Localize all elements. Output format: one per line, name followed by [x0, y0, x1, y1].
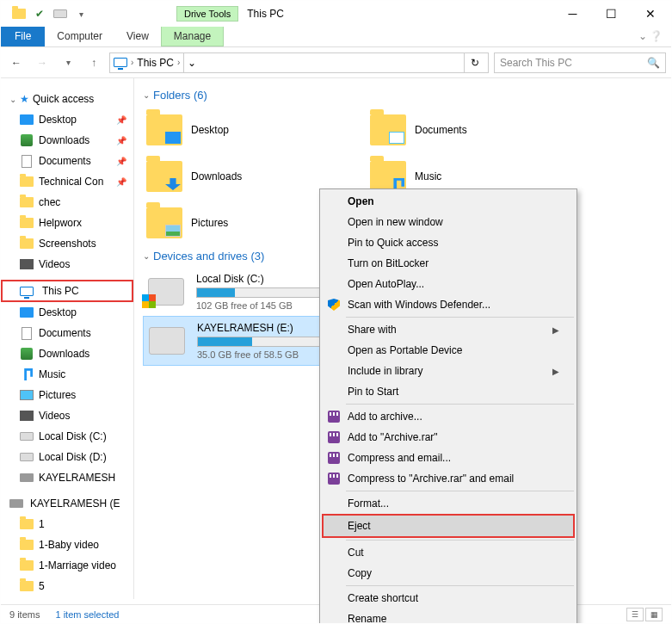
menu-copy[interactable]: Copy: [322, 563, 575, 584]
address-dropdown-icon[interactable]: ⌄: [183, 53, 199, 72]
menu-compress-email[interactable]: Compress and email...: [322, 448, 575, 468]
ribbon-tabs: File Computer View Manage ⌄ ❔: [1, 27, 671, 47]
menu-autoplay[interactable]: Open AutoPlay...: [322, 274, 575, 294]
back-button[interactable]: ←: [6, 53, 27, 73]
sidebar-ext-marriage[interactable]: 1-Marriage video: [1, 555, 133, 576]
sidebar-item-screenshots[interactable]: Screenshots: [1, 233, 133, 254]
tab-view[interactable]: View: [114, 27, 161, 46]
sidebar-pc-videos[interactable]: Videos: [1, 405, 133, 426]
sidebar-ext-baby[interactable]: 1-Baby video: [1, 534, 133, 555]
view-details-button[interactable]: ☰: [626, 608, 644, 621]
sidebar-ext-drive[interactable]: KAYELRAMESH (E: [1, 493, 133, 514]
recent-locations-icon[interactable]: ▾: [58, 53, 78, 73]
sidebar-pc-documents[interactable]: Documents: [1, 323, 133, 343]
rar-icon: [327, 451, 341, 465]
menu-add-archive-rar[interactable]: Add to "Archive.rar": [322, 427, 575, 448]
usb-drive-icon: [9, 497, 23, 510]
pin-icon: 📌: [116, 136, 126, 145]
forward-button: →: [32, 53, 52, 73]
folder-documents[interactable]: Documents: [367, 107, 590, 153]
sidebar-this-pc[interactable]: This PC: [1, 280, 133, 302]
drive-c-icon: [148, 278, 184, 306]
qat-properties-icon[interactable]: [9, 4, 28, 23]
menu-open-new-window[interactable]: Open in new window: [322, 212, 575, 232]
sidebar-pc-downloads[interactable]: Downloads: [1, 343, 133, 364]
qat-new-icon[interactable]: [51, 4, 70, 23]
breadcrumb-location[interactable]: This PC: [137, 57, 174, 69]
close-button[interactable]: ✕: [631, 2, 669, 26]
sidebar-item-chec[interactable]: chec: [1, 192, 133, 213]
menu-add-archive[interactable]: Add to archive...: [322, 406, 575, 427]
rar-icon: [327, 410, 341, 423]
shield-icon: [327, 298, 341, 312]
sidebar-pc-drive-e[interactable]: KAYELRAMESH: [1, 467, 133, 488]
sidebar-quick-access-label: Quick access: [33, 93, 94, 105]
tab-manage[interactable]: Manage: [161, 27, 224, 46]
quick-access-toolbar: ✔ ▾: [3, 4, 90, 23]
breadcrumb-sep2[interactable]: ›: [177, 58, 180, 67]
maximize-button[interactable]: ☐: [592, 2, 631, 26]
rar-icon: [327, 430, 341, 444]
this-pc-icon: [114, 56, 127, 70]
sidebar-ext-5[interactable]: 5: [1, 576, 133, 596]
menu-open[interactable]: Open: [322, 191, 575, 212]
navigation-pane: ⌄ ★ Quick access Desktop📌 Downloads📌 Doc…: [1, 78, 134, 599]
menu-share-with[interactable]: Share with▶: [322, 319, 575, 340]
sidebar-item-documents[interactable]: Documents📌: [1, 151, 133, 171]
view-tiles-button[interactable]: ▦: [645, 608, 663, 621]
folder-desktop[interactable]: Desktop: [143, 107, 367, 153]
status-item-count: 9 items: [9, 609, 40, 620]
qat-more-icon[interactable]: ▾: [71, 4, 90, 23]
chevron-down-icon[interactable]: ⌄: [143, 90, 150, 100]
breadcrumb-sep[interactable]: ›: [131, 58, 133, 67]
titlebar: ✔ ▾ Drive Tools This PC ─ ☐ ✕: [1, 1, 671, 27]
sidebar-pc-desktop[interactable]: Desktop: [1, 302, 133, 323]
pin-icon: 📌: [116, 157, 126, 166]
menu-pin-start[interactable]: Pin to Start: [322, 381, 575, 402]
menu-include-library[interactable]: Include in library▶: [322, 361, 575, 381]
tab-file[interactable]: File: [1, 27, 45, 46]
chevron-down-icon[interactable]: ⌄: [143, 251, 150, 261]
menu-portable-device[interactable]: Open as Portable Device: [322, 340, 575, 361]
pin-icon: 📌: [116, 115, 126, 125]
menu-create-shortcut[interactable]: Create shortcut: [322, 588, 575, 609]
menu-cut[interactable]: Cut: [322, 542, 575, 563]
submenu-arrow-icon: ▶: [552, 367, 559, 376]
menu-compress-rar-email[interactable]: Compress to "Archive.rar" and email: [322, 468, 575, 489]
folders-section-header[interactable]: ⌄ Folders (6): [143, 89, 663, 102]
sidebar-quick-access[interactable]: ⌄ ★ Quick access: [1, 89, 133, 109]
menu-pin-quick-access[interactable]: Pin to Quick access: [322, 232, 575, 253]
this-pc-icon: [20, 284, 34, 298]
sidebar-ext-1[interactable]: 1: [1, 514, 133, 534]
menu-bitlocker[interactable]: Turn on BitLocker: [322, 253, 575, 274]
tab-computer[interactable]: Computer: [45, 27, 114, 46]
pin-icon: 📌: [116, 177, 126, 187]
menu-format[interactable]: Format...: [322, 493, 575, 514]
sidebar-pc-music[interactable]: Music: [1, 364, 133, 385]
drive-tools-contextual-tab[interactable]: Drive Tools: [176, 6, 238, 22]
submenu-arrow-icon: ▶: [552, 325, 559, 335]
sidebar-this-pc-label: This PC: [42, 285, 79, 297]
sidebar-item-videos[interactable]: Videos: [1, 254, 133, 275]
menu-eject[interactable]: Eject: [322, 514, 575, 538]
search-placeholder: Search This PC: [500, 57, 647, 69]
chevron-down-icon[interactable]: ⌄: [9, 95, 16, 104]
search-input[interactable]: Search This PC 🔍: [494, 53, 666, 73]
sidebar-pc-drive-c[interactable]: Local Disk (C:): [1, 426, 133, 447]
sidebar-item-technical[interactable]: Technical Con📌: [1, 171, 133, 192]
refresh-button[interactable]: ↻: [464, 53, 484, 72]
navigation-bar: ← → ▾ ↑ › This PC › ⌄ ↻ Search This PC 🔍: [1, 47, 671, 78]
minimize-button[interactable]: ─: [553, 2, 592, 26]
sidebar-pc-drive-d[interactable]: Local Disk (D:): [1, 447, 133, 467]
sidebar-item-downloads[interactable]: Downloads📌: [1, 130, 133, 151]
menu-rename[interactable]: Rename: [322, 609, 575, 624]
sidebar-item-helpworx[interactable]: Helpworx: [1, 213, 133, 233]
ribbon-collapse-icon[interactable]: ⌄ ❔: [630, 27, 671, 46]
address-bar[interactable]: › This PC › ⌄ ↻: [109, 53, 489, 73]
sidebar-item-desktop[interactable]: Desktop📌: [1, 109, 133, 130]
drive-c-bar: [196, 287, 334, 298]
up-button[interactable]: ↑: [83, 53, 104, 73]
menu-defender[interactable]: Scan with Windows Defender...: [322, 294, 575, 315]
sidebar-pc-pictures[interactable]: Pictures: [1, 385, 133, 405]
qat-check-icon[interactable]: ✔: [30, 4, 49, 23]
